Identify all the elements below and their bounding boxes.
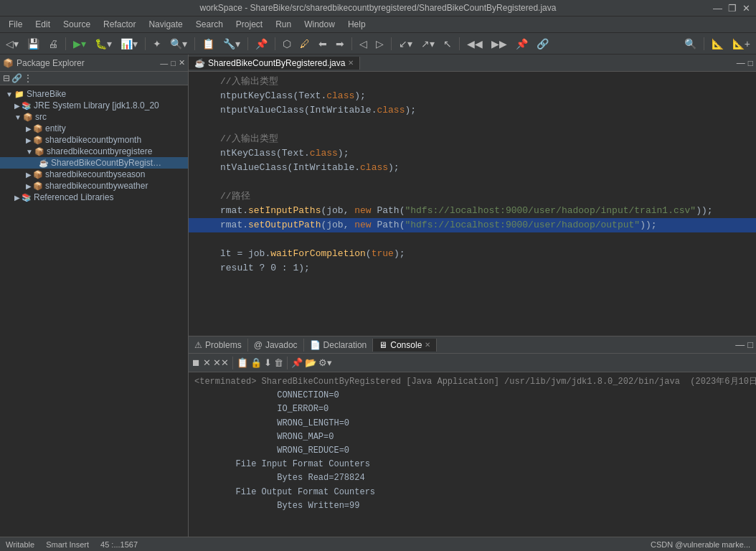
back2-btn[interactable]: ◀◀ — [464, 37, 486, 51]
code-editor[interactable]: //入输出类型 ntputKeyClass(Text.class); ntput… — [189, 72, 756, 336]
tree-item-src[interactable]: ▼ 📦 src — [0, 111, 188, 123]
tree-item-jre[interactable]: ▶ 📚 JRE System Library [jdk1.8.0_20 — [0, 100, 188, 111]
max-editor-btn[interactable]: □ — [748, 58, 753, 68]
tree-item-season[interactable]: ▶ 📦 sharedbikecountbyseason — [0, 169, 188, 180]
code-line — [189, 175, 756, 189]
expand-icon: ▼ — [6, 90, 13, 98]
code-line: //入输出类型 — [189, 132, 756, 146]
nav-btn2[interactable]: ▷ — [373, 37, 387, 51]
tab-declaration[interactable]: 📄 Declaration — [304, 339, 374, 352]
collapse-all-btn[interactable]: ⊟ — [3, 73, 10, 83]
menu-help[interactable]: Help — [342, 18, 372, 31]
menu-window[interactable]: Window — [298, 18, 341, 31]
tree-item-month[interactable]: ▶ 📦 sharedbikecountbymonth — [0, 134, 188, 146]
remove-all-btn[interactable]: ✕✕ — [213, 357, 229, 368]
java-file-icon: ☕ — [39, 159, 49, 168]
refactor2-btn[interactable]: 🔧▾ — [220, 37, 243, 51]
stop-btn[interactable]: ⏹ — [192, 357, 201, 368]
package-explorer-header: 📦 Package Explorer — □ ✕ — [0, 55, 188, 72]
minimize-panel-btn[interactable]: — — [160, 59, 168, 67]
title-bar: workSpace - ShareBike/src/sharedbikecoun… — [0, 0, 756, 17]
console-label: Console — [390, 340, 422, 350]
menu-refactor[interactable]: Refactor — [98, 18, 141, 31]
maximize-bottom-btn[interactable]: □ — [747, 339, 753, 350]
task-btn[interactable]: 📌 — [252, 37, 270, 51]
tree-item-ref-libs[interactable]: ▶ 📚 Referenced Libraries — [0, 192, 188, 203]
menu-bar: File Edit Source Refactor Navigate Searc… — [0, 17, 756, 33]
perspective-btn[interactable]: 📐 — [709, 37, 727, 51]
restore-button[interactable]: ❐ — [728, 3, 737, 14]
view-menu-btn[interactable]: ⋮ — [24, 73, 32, 83]
tree-label: entity — [45, 123, 66, 133]
tab-problems[interactable]: ⚠ Problems — [189, 339, 248, 352]
editor-tab-close[interactable]: ✕ — [348, 59, 354, 67]
writable-status: Writable — [6, 540, 34, 549]
coverage-btn[interactable]: 📊▾ — [118, 37, 141, 51]
menu-file[interactable]: File — [3, 18, 28, 31]
close-panel-btn[interactable]: ✕ — [179, 58, 185, 67]
new-console-btn[interactable]: 📋 — [237, 357, 248, 368]
menu-search[interactable]: Search — [190, 18, 229, 31]
menu-source[interactable]: Source — [57, 18, 96, 31]
tree-area[interactable]: ▼ 📁 ShareBike ▶ 📚 JRE System Library [jd… — [0, 85, 188, 537]
link-editor-btn[interactable]: 🔗 — [11, 73, 22, 83]
print-btn[interactable]: 🖨 — [45, 37, 61, 51]
scroll-end-btn[interactable]: ⬇ — [264, 357, 272, 368]
tree-item-registered-file[interactable]: ☕ SharedBikeCountByRegist… — [0, 157, 188, 169]
window-controls: — ❐ ✕ — [713, 3, 750, 14]
back-btn[interactable]: ◁▾ — [3, 37, 22, 51]
console-close-btn[interactable]: ✕ — [425, 341, 430, 349]
editor-tab-main[interactable]: ☕ SharedBikeCountByRegistered.java ✕ — [189, 57, 360, 70]
tree-item-registered-pkg[interactable]: ▼ 📦 sharedbikecountbyregistere — [0, 146, 188, 157]
clear-btn[interactable]: 🗑 — [274, 357, 283, 368]
menu-edit[interactable]: Edit — [29, 18, 56, 31]
minimize-bottom-btn[interactable]: — — [735, 339, 745, 350]
search-global-btn[interactable]: 🔍 — [681, 37, 699, 51]
min-editor-btn[interactable]: — — [737, 58, 745, 68]
tree-item-sharebike[interactable]: ▼ 📁 ShareBike — [0, 88, 188, 100]
tree-label: sharedbikecountbyseason — [45, 169, 145, 179]
console-line: File Input Format Counters — [194, 458, 750, 471]
status-bar: Writable Smart Insert 45 :...1567 CSDN @… — [0, 537, 756, 551]
pin-btn[interactable]: 📌 — [513, 37, 531, 51]
fwd-btn[interactable]: ▶▶ — [488, 37, 510, 51]
expand-icon: ▶ — [26, 136, 32, 144]
arrow-btn3[interactable]: ↖ — [440, 37, 455, 51]
nav-btn1[interactable]: ◁ — [356, 37, 370, 51]
java-tab-icon: ☕ — [194, 58, 205, 68]
menu-project[interactable]: Project — [230, 18, 268, 31]
prev-edit-btn[interactable]: ⬅ — [316, 37, 330, 51]
package-icon: 📦 — [33, 136, 43, 145]
expand-icon: ▶ — [26, 182, 32, 190]
remove-launch-btn[interactable]: ✕ — [203, 357, 211, 368]
arrow-btn1[interactable]: ↙▾ — [396, 37, 415, 51]
menu-navigate[interactable]: Navigate — [143, 18, 188, 31]
highlight-btn[interactable]: 🖊 — [297, 37, 313, 51]
debug-btn[interactable]: 🐛▾ — [92, 37, 115, 51]
scroll-lock-btn[interactable]: 🔒 — [250, 357, 262, 368]
search-file-btn[interactable]: 🔍▾ — [167, 37, 190, 51]
close-button[interactable]: ✕ — [742, 3, 750, 14]
run-btn[interactable]: ▶▾ — [70, 37, 89, 51]
ext-btn[interactable]: 🔗 — [534, 37, 552, 51]
new-btn[interactable]: ✦ — [150, 37, 164, 51]
minimize-button[interactable]: — — [713, 3, 722, 14]
save-btn[interactable]: 💾 — [24, 37, 42, 51]
open-task-btn[interactable]: ⬡ — [280, 37, 294, 51]
next-edit-btn[interactable]: ➡ — [333, 37, 347, 51]
console-settings-btn[interactable]: ⚙▾ — [318, 357, 332, 368]
tree-item-entity[interactable]: ▶ 📦 entity — [0, 123, 188, 134]
tab-console[interactable]: 🖥 Console ✕ — [373, 339, 437, 352]
code-line — [189, 232, 756, 247]
menu-run[interactable]: Run — [270, 18, 297, 31]
tab-javadoc[interactable]: @ Javadoc — [248, 339, 304, 352]
new-persp-btn[interactable]: 📐+ — [729, 37, 753, 51]
package-explorer-panel: 📦 Package Explorer — □ ✕ ⊟ 🔗 ⋮ ▼ 📁 Share… — [0, 55, 189, 537]
open-file-btn[interactable]: 📂 — [305, 357, 316, 368]
console-line: Bytes Read=278824 — [194, 471, 750, 485]
tree-item-weather[interactable]: ▶ 📦 sharedbikecountbyweather — [0, 180, 188, 192]
organize-btn[interactable]: 📋 — [199, 37, 217, 51]
maximize-panel-btn[interactable]: □ — [171, 59, 176, 67]
arrow-btn2[interactable]: ↗▾ — [418, 37, 438, 51]
pin-console-btn[interactable]: 📌 — [291, 357, 303, 368]
